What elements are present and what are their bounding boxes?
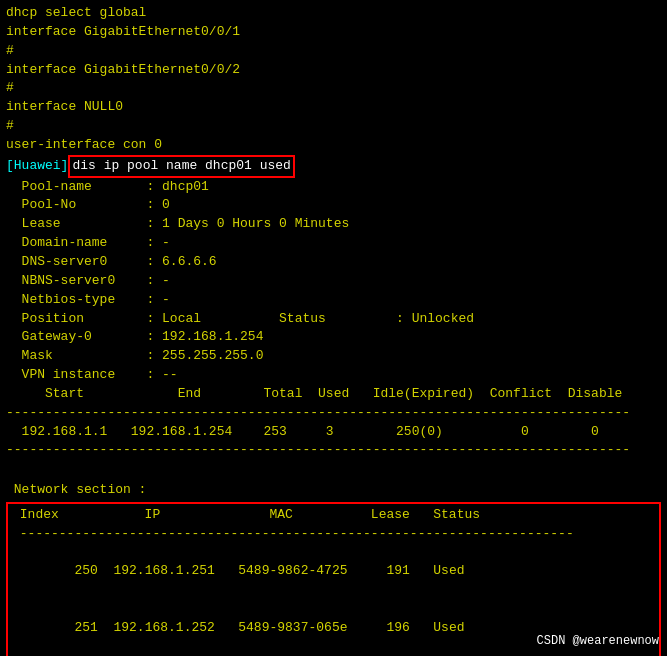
- terminal: dhcp select global interface GigabitEthe…: [0, 0, 667, 656]
- table-dash1: ----------------------------------------…: [6, 404, 661, 423]
- mask: Mask : 255.255.255.0: [6, 347, 661, 366]
- line-hash2: #: [6, 79, 661, 98]
- table-dash2: ----------------------------------------…: [6, 441, 661, 460]
- network-dash1: ----------------------------------------…: [12, 525, 655, 544]
- table-row: 192.168.1.1 192.168.1.254 253 3 250(0) 0…: [6, 423, 661, 442]
- netbios-type: Netbios-type : -: [6, 291, 661, 310]
- network-box: Index IP MAC Lease Status --------------…: [6, 502, 661, 656]
- position-status: Position : Local Status : Unlocked: [6, 310, 661, 329]
- blank-line: [6, 462, 661, 481]
- lease: Lease : 1 Days 0 Hours 0 Minutes: [6, 215, 661, 234]
- line-user-interface: user-interface con 0: [6, 136, 661, 155]
- pool-name: Pool-name : dhcp01: [6, 178, 661, 197]
- watermark: CSDN @wearenewnow: [537, 634, 659, 648]
- line-null0: interface NULL0: [6, 98, 661, 117]
- network-row-1: 250 192.168.1.251 5489-9862-4725 191 Use…: [12, 544, 655, 601]
- domain-name: Domain-name : -: [6, 234, 661, 253]
- dns-server0: DNS-server0 : 6.6.6.6: [6, 253, 661, 272]
- command-text: dis ip pool name dhcp01 used: [68, 155, 294, 178]
- line-gig1: interface GigabitEthernet0/0/1: [6, 23, 661, 42]
- gateway: Gateway-0 : 192.168.1.254: [6, 328, 661, 347]
- line-gig2: interface GigabitEthernet0/0/2: [6, 61, 661, 80]
- command-line: [Huawei]dis ip pool name dhcp01 used: [6, 155, 661, 178]
- line-hash1: #: [6, 42, 661, 61]
- network-header: Index IP MAC Lease Status: [12, 506, 655, 525]
- prompt: [Huawei]: [6, 157, 68, 176]
- line-hash3: #: [6, 117, 661, 136]
- nbns-server0: NBNS-server0 : -: [6, 272, 661, 291]
- vpn-instance: VPN instance : --: [6, 366, 661, 385]
- line-dhcp: dhcp select global: [6, 4, 661, 23]
- table-header: Start End Total Used Idle(Expired) Confl…: [6, 385, 661, 404]
- pool-no: Pool-No : 0: [6, 196, 661, 215]
- network-section-label: Network section :: [6, 481, 661, 500]
